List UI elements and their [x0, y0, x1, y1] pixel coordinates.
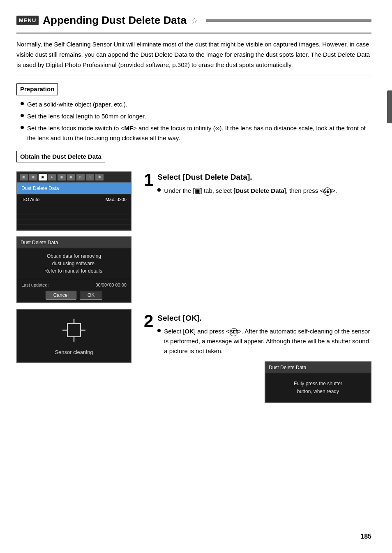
step1-bullet: Under the [▣] tab, select [Dust Delete D…: [157, 186, 371, 196]
obtain-header: Obtain the Dust Delete Data: [16, 151, 105, 163]
set-button-icon: SET: [323, 187, 332, 196]
screen4-line2: button, when ready: [271, 388, 365, 396]
last-updated-value: 00/00/'00 00:00: [95, 282, 127, 289]
screen2-last-updated: Last updated: 00/00/'00 00:00: [21, 282, 127, 289]
step1-bullet-text: Under the [▣] tab, select [Dust Delete D…: [164, 186, 337, 196]
screen1-title: Dust Delete Data: [21, 185, 59, 192]
bullet-dot: [21, 102, 24, 105]
intro-paragraph: Normally, the Self Cleaning Sensor Unit …: [16, 39, 371, 76]
right-accent-bar: [387, 90, 392, 123]
step2-title: Select [OK].: [157, 312, 371, 324]
screen1-empty2: [17, 210, 131, 215]
step2-bullet: Select [OK] and press <SET>. After the a…: [157, 326, 371, 356]
sensor-cleaning-label: Sensor cleaning: [55, 348, 93, 356]
last-updated-label: Last updated:: [21, 282, 49, 289]
icon8: ▷: [86, 174, 94, 180]
screen3-mock: Sensor cleaning: [16, 309, 131, 363]
step1-number: 1: [144, 171, 153, 189]
step2-row: 2 Select [OK]. Select [OK] and press <SE…: [144, 312, 371, 403]
svg-rect-4: [67, 324, 81, 337]
screen2-body: Obtain data for removing dust using soft…: [17, 248, 131, 279]
screen2-line2: dust using software.: [23, 260, 125, 267]
screen4-line1: Fully press the shutter: [271, 380, 365, 388]
bullet-dot: [157, 329, 161, 332]
bullet1-text: Get a solid-white object (paper, etc.).: [27, 99, 127, 109]
icon5: ▣: [58, 174, 66, 180]
screen4-title: Dust Delete Data: [265, 362, 371, 373]
list-item: Get a solid-white object (paper, etc.).: [21, 99, 371, 109]
ok-button[interactable]: OK: [80, 291, 102, 300]
star-icon: ☆: [191, 14, 198, 27]
screen2-line1: Obtain data for removing: [23, 252, 125, 260]
step1-content: Select [Dust Delete Data]. Under the [▣]…: [157, 171, 371, 197]
cancel-button[interactable]: Cancel: [46, 291, 76, 300]
screen1-iso-label: ISO Auto: [21, 196, 39, 203]
screen1-iso-value: Max.:3200: [106, 196, 127, 203]
screen1-dust-row: Dust Delete Data: [17, 183, 131, 194]
bullet2-text: Set the lens focal length to 50mm or lon…: [27, 111, 146, 121]
step1-title: Select [Dust Delete Data].: [157, 171, 371, 183]
screen1-empty1: [17, 205, 131, 210]
step2-bullet-text: Select [OK] and press <SET>. After the a…: [164, 326, 371, 356]
screen2-buttons: Cancel OK: [21, 291, 127, 300]
icon3-active: ▣: [39, 174, 47, 180]
step1-left-col: ▣ ▣ ▣ ▸ ▣ ▣ ▷ ▷ ✱ Dust Delete Data ISO A…: [16, 171, 136, 363]
bullet-dot: [21, 126, 24, 129]
step1-columns: ▣ ▣ ▣ ▸ ▣ ▣ ▷ ▷ ✱ Dust Delete Data ISO A…: [16, 171, 371, 407]
icon4: ▸: [48, 174, 56, 180]
set-button2-icon: SET: [230, 328, 238, 336]
icon9: ✱: [95, 174, 104, 180]
icon2: ▣: [29, 174, 37, 180]
list-item: Set the lens focus mode switch to <MF> a…: [21, 123, 371, 143]
obtain-header-row: Obtain the Dust Delete Data: [16, 151, 371, 167]
obtain-section: Obtain the Dust Delete Data ▣ ▣ ▣ ▸ ▣ ▣ …: [16, 151, 371, 407]
screen2-title: Dust Delete Data: [17, 237, 131, 248]
screen1-icon-row: ▣ ▣ ▣ ▸ ▣ ▣ ▷ ▷ ✱: [17, 172, 131, 183]
list-item: Set the lens focal length to 50mm or lon…: [21, 111, 371, 121]
screen1-iso-row: ISO Auto Max.:3200: [17, 194, 131, 205]
preparation-list: Get a solid-white object (paper, etc.). …: [16, 99, 371, 143]
screen1-empty4: [17, 220, 131, 225]
title-bar-decoration: [206, 19, 371, 22]
page-number: 185: [360, 532, 371, 541]
screen1-empty5: [17, 225, 131, 230]
icon6: ▣: [67, 174, 75, 180]
screen1-empty3: [17, 215, 131, 220]
menu-badge: MENU: [16, 16, 39, 25]
preparation-section: Preparation Get a solid-white object (pa…: [16, 83, 371, 143]
step2-number: 2: [144, 312, 153, 330]
bullet3-text: Set the lens focus mode switch to <MF> a…: [27, 123, 371, 143]
sensor-cross-icon: [62, 318, 86, 342]
bullet-dot: [21, 114, 24, 117]
screen4-body: Fully press the shutter button, when rea…: [265, 373, 371, 402]
step2-content: Select [OK]. Select [OK] and press <SET>…: [157, 312, 371, 403]
step1-right-col: 1 Select [Dust Delete Data]. Under the […: [144, 171, 371, 407]
page-title: Appending Dust Delete Data: [43, 12, 187, 28]
screen4-mock: Dust Delete Data Fully press the shutter…: [265, 361, 371, 403]
icon1: ▣: [20, 174, 28, 180]
icon7: ▷: [76, 174, 85, 180]
page-title-area: MENU Appending Dust Delete Data ☆: [16, 12, 371, 34]
preparation-header: Preparation: [16, 83, 58, 95]
bullet-dot: [157, 188, 161, 192]
screen1-mock: ▣ ▣ ▣ ▸ ▣ ▣ ▷ ▷ ✱ Dust Delete Data ISO A…: [16, 171, 131, 231]
screen2-mock: Dust Delete Data Obtain data for removin…: [16, 236, 131, 303]
step1-row: 1 Select [Dust Delete Data]. Under the […: [144, 171, 371, 197]
screen2-footer: Last updated: 00/00/'00 00:00 Cancel OK: [17, 279, 131, 303]
screen2-line3: Refer to manual for details.: [23, 267, 125, 275]
screen3-body: Sensor cleaning: [17, 310, 131, 362]
